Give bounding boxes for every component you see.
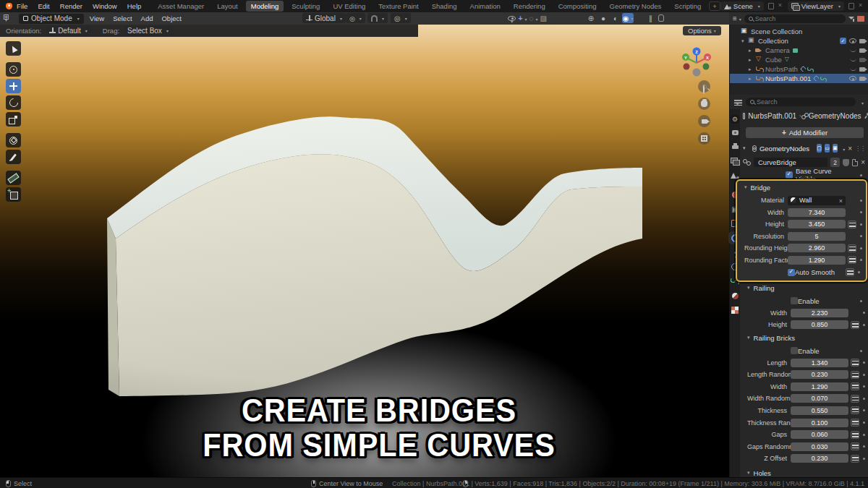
unlink-node-group-icon[interactable] [861, 158, 865, 166]
unlink-scene-icon[interactable] [778, 3, 783, 9]
new-node-group-icon[interactable] [852, 159, 858, 166]
attribute-toggle-icon[interactable] [851, 406, 859, 414]
visibility-eye-icon[interactable] [850, 58, 856, 61]
properties-tab-tool[interactable] [731, 115, 739, 124]
add-modifier-button[interactable]: Add Modifier [746, 127, 864, 138]
attribute-toggle-icon[interactable] [848, 256, 856, 264]
blender-logo-icon[interactable] [6, 3, 12, 9]
animate-dot[interactable] [859, 434, 868, 436]
transform-orientation-dropdown[interactable]: Global [302, 13, 346, 23]
tool-cursor-button[interactable] [6, 62, 21, 77]
pin-icon[interactable] [864, 113, 865, 119]
outliner-search-input[interactable] [755, 15, 841, 22]
proportional-editing-dropdown[interactable] [391, 13, 411, 23]
outliner-display-mode-icon[interactable] [733, 14, 741, 22]
railing-section-header[interactable]: Railing [747, 283, 865, 292]
collection-checkbox-icon[interactable]: ✓ [840, 38, 846, 44]
property-value-field[interactable]: 0.030 [791, 442, 848, 451]
outliner-row[interactable]: Scene Collection ✓ [730, 27, 868, 36]
animate-dot[interactable] [859, 421, 868, 424]
modifier-render-toggle[interactable] [833, 144, 838, 153]
animate-dot[interactable] [859, 398, 868, 400]
animate-dot[interactable] [859, 324, 868, 326]
workspace-tab[interactable]: Shading [427, 1, 462, 12]
attribute-toggle-icon[interactable] [851, 359, 859, 367]
perspective-toggle-button[interactable] [698, 132, 710, 145]
animate-dot[interactable] [856, 259, 865, 261]
new-scene-icon[interactable] [768, 3, 774, 9]
new-viewlayer-icon[interactable] [848, 3, 854, 9]
pan-button[interactable] [698, 98, 710, 110]
visibility-eye-icon[interactable] [849, 76, 856, 81]
scene-selector[interactable]: Scene [720, 1, 764, 11]
new-collection-icon[interactable] [857, 16, 864, 22]
animate-dot[interactable] [859, 374, 868, 376]
animate-dot[interactable] [854, 271, 863, 273]
property-value-field[interactable]: 7.340 [788, 208, 846, 217]
animate-dot[interactable] [859, 445, 868, 448]
shading-material-button[interactable] [610, 13, 621, 23]
property-value-field[interactable]: 1.290 [791, 382, 848, 391]
gizmos-dropdown-icon[interactable] [518, 14, 527, 22]
modifier-editmode-toggle[interactable] [817, 144, 822, 153]
property-value-field[interactable]: 0.850 [791, 320, 848, 329]
animate-dot[interactable] [856, 174, 865, 176]
visibility-eye-icon[interactable] [850, 48, 856, 52]
attribute-toggle-icon[interactable] [851, 382, 859, 390]
xray-toggle-icon[interactable] [540, 14, 547, 22]
drag-setting-dropdown[interactable]: Select Box [124, 26, 172, 36]
tool-tweak-button[interactable] [6, 41, 21, 56]
attribute-toggle-icon[interactable] [851, 455, 859, 463]
render-camera-icon[interactable] [859, 67, 865, 72]
attribute-toggle-icon[interactable] [851, 442, 859, 450]
options-button[interactable]: Options [683, 26, 721, 35]
shading-solid-button[interactable] [597, 13, 609, 23]
panel-chevron-icon[interactable]: ▾ [743, 145, 749, 151]
workspace-tab[interactable]: + [709, 1, 720, 11]
attribute-toggle-icon[interactable] [851, 419, 859, 427]
animate-dot[interactable] [859, 312, 868, 314]
animate-dot[interactable] [856, 200, 865, 202]
property-value-field[interactable]: 1.290 [788, 256, 846, 265]
workspace-tab[interactable]: UV Editing [328, 1, 370, 12]
outliner-row[interactable]: ▸ Cube ✓ [730, 55, 868, 64]
tool-transform-button[interactable] [6, 133, 21, 147]
viewlayer-selector[interactable]: ViewLayer [788, 1, 844, 11]
render-camera-icon[interactable] [859, 77, 865, 81]
properties-tab-material[interactable] [731, 291, 739, 300]
viewport-3d[interactable]: Orientation: Default Drag: Select Box Op… [0, 25, 729, 477]
visibility-eye-icon[interactable] [849, 38, 856, 43]
animate-dot[interactable] [856, 223, 865, 226]
tool-measure-button[interactable] [6, 171, 21, 185]
object-name[interactable]: NurbsPath [765, 65, 798, 73]
workspace-tab[interactable]: Sculpting [286, 1, 325, 12]
workspace-tab[interactable]: Layout [212, 1, 243, 12]
tool-move-button[interactable] [6, 79, 21, 93]
property-value-field[interactable]: 2.230 [791, 309, 848, 317]
visibility-dropdown-icon[interactable] [508, 16, 516, 21]
object-name[interactable]: Camera [765, 46, 790, 54]
expand-chevron-icon[interactable]: ▾ [741, 38, 748, 44]
topbar-menu-item[interactable]: Help [127, 2, 142, 10]
render-camera-icon[interactable] [859, 58, 865, 62]
property-value-field[interactable]: 0.230 [791, 370, 848, 379]
topbar-menu-item[interactable]: Render [60, 2, 82, 10]
outliner-filter-icon[interactable] [848, 16, 854, 22]
base-curve-visible-checkbox[interactable] [786, 171, 793, 179]
properties-tab-render[interactable] [731, 128, 739, 137]
viewport-menu-item[interactable]: View [90, 14, 104, 22]
properties-tab-texture[interactable] [731, 306, 739, 314]
auto-smooth-checkbox[interactable] [788, 269, 795, 276]
workspace-tab[interactable]: Geometry Nodes [605, 1, 667, 12]
expand-chevron-icon[interactable]: ▸ [749, 48, 755, 53]
modifier-extras-icon[interactable] [841, 145, 845, 153]
animate-dot[interactable] [859, 409, 868, 411]
object-name[interactable]: NurbsPath.001 [765, 74, 811, 82]
outliner-row[interactable]: ▸ NurbsPath ✓ [730, 64, 868, 74]
workspace-tab[interactable]: Rendering [509, 1, 550, 12]
pause-icon[interactable] [649, 14, 652, 22]
property-value-field[interactable]: 3.450 [788, 220, 846, 228]
property-value-field[interactable]: 1.340 [791, 359, 848, 367]
animate-dot[interactable] [856, 247, 865, 249]
expand-chevron-icon[interactable]: ▸ [749, 76, 755, 82]
